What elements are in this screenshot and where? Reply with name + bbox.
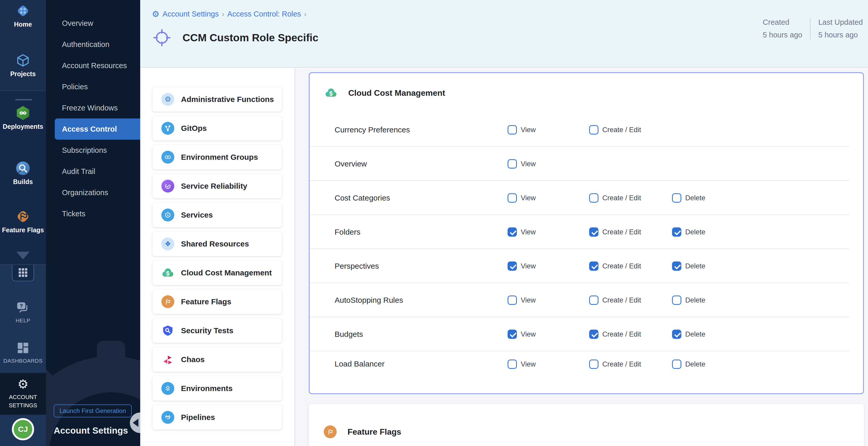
checkbox-delete[interactable]: [672, 193, 681, 202]
checkbox-create-edit[interactable]: [589, 359, 598, 369]
permission-option-folders-view[interactable]: View: [507, 227, 589, 237]
sidebar-item-overview[interactable]: Overview: [46, 13, 140, 34]
sidebar-item-freeze-windows[interactable]: Freeze Windows: [46, 97, 140, 119]
checkbox-view[interactable]: [507, 359, 517, 369]
chevron-down-icon: [16, 252, 30, 259]
cloud-cost-management-icon: $: [324, 87, 337, 99]
checkbox-label: View: [521, 360, 536, 368]
permission-option-load-balancer-view[interactable]: View: [507, 359, 589, 369]
checkbox-create-edit[interactable]: [589, 125, 598, 134]
sidebar-item-account-resources[interactable]: Account Resources: [46, 55, 140, 76]
checkbox-create-edit[interactable]: [589, 295, 598, 305]
sidebar-item-audit-trail[interactable]: Audit Trail: [46, 161, 140, 182]
permission-option-autostopping-rules-delete[interactable]: Delete: [672, 295, 863, 305]
permission-label: Folders: [335, 228, 507, 236]
checkbox-delete[interactable]: [672, 261, 681, 271]
checkbox-create-edit[interactable]: [589, 193, 598, 202]
permission-option-cost-categories-create-edit[interactable]: Create / Edit: [589, 193, 672, 202]
checkbox-view[interactable]: [507, 295, 517, 305]
launch-first-generation-button[interactable]: Launch First Generation: [54, 405, 132, 417]
sidebar-item-organizations[interactable]: Organizations: [46, 182, 140, 203]
user-avatar[interactable]: CJ: [12, 418, 34, 440]
permissions-section-title: Cloud Cost Management: [348, 88, 445, 98]
permission-option-folders-create-edit[interactable]: Create / Edit: [589, 227, 672, 237]
permission-option-budgets-delete[interactable]: Delete: [672, 329, 863, 339]
chaos-icon: [161, 353, 174, 366]
breadcrumb-account-settings[interactable]: Account Settings: [163, 10, 219, 18]
resource-label: Service Reliability: [181, 182, 247, 190]
nav-projects[interactable]: Projects: [0, 52, 46, 78]
resource-item-environments[interactable]: Environments: [153, 376, 282, 401]
checkbox-view[interactable]: [507, 125, 517, 134]
checkbox-delete[interactable]: [672, 359, 681, 369]
checkbox-view[interactable]: [507, 227, 517, 237]
permission-row-currency-preferences: Currency PreferencesViewCreate / Edit: [310, 113, 863, 147]
resource-item-feature-flags[interactable]: Feature Flags: [153, 290, 282, 314]
sidebar-item-subscriptions[interactable]: Subscriptions: [46, 140, 140, 161]
checkbox-create-edit[interactable]: [589, 329, 598, 339]
permission-option-load-balancer-delete[interactable]: Delete: [672, 359, 863, 369]
permission-option-folders-delete[interactable]: Delete: [672, 227, 863, 237]
sidebar-item-policies[interactable]: Policies: [46, 76, 140, 97]
resource-item-pipelines[interactable]: Pipelines: [153, 405, 282, 429]
resource-item-chaos[interactable]: Chaos: [153, 347, 282, 372]
permission-option-cost-categories-delete[interactable]: Delete: [672, 193, 863, 202]
permission-label: Budgets: [335, 330, 507, 339]
resource-item-services[interactable]: Services: [153, 203, 282, 227]
breadcrumb-access-control-roles[interactable]: Access Control: Roles: [227, 10, 301, 18]
nav-feature-flags[interactable]: Feature Flags: [0, 208, 46, 234]
permission-option-currency-preferences-create-edit[interactable]: Create / Edit: [589, 125, 672, 134]
checkbox-create-edit[interactable]: [589, 227, 598, 237]
permission-option-perspectives-view[interactable]: View: [507, 261, 589, 271]
module-picker-button[interactable]: [12, 265, 34, 281]
checkbox-view[interactable]: [507, 329, 517, 339]
permission-row-folders: FoldersViewCreate / EditDelete: [310, 215, 863, 249]
resource-label: Feature Flags: [181, 297, 231, 306]
rail-more-modules[interactable]: [0, 252, 46, 259]
sidebar-item-authentication[interactable]: Authentication: [46, 34, 140, 55]
permission-option-perspectives-create-edit[interactable]: Create / Edit: [589, 261, 672, 271]
permission-option-budgets-view[interactable]: View: [507, 329, 589, 339]
resource-list: ⚙Administrative FunctionsGitOpsEnvironme…: [140, 68, 295, 446]
resource-item-administrative-functions[interactable]: ⚙Administrative Functions: [153, 87, 282, 112]
resource-item-security-tests[interactable]: Security Tests: [153, 318, 282, 343]
resource-item-shared-resources[interactable]: ❖Shared Resources: [153, 232, 282, 256]
permission-option-overview-view[interactable]: View: [507, 159, 589, 168]
resource-item-service-reliability[interactable]: Service Reliability: [153, 174, 282, 198]
nav-builds[interactable]: Builds: [0, 160, 46, 186]
sidebar-item-access-control[interactable]: Access Control: [55, 119, 140, 140]
nav-account-settings[interactable]: ⚙ ACCOUNTSETTINGS: [0, 373, 46, 415]
cloud-cost-management-icon: $: [324, 87, 337, 99]
checkbox-label: Delete: [685, 194, 705, 202]
nav-home[interactable]: Home: [0, 3, 46, 28]
resource-item-gitops[interactable]: GitOps: [153, 116, 282, 140]
nav-help[interactable]: ? HELP: [0, 299, 46, 324]
help-icon: ?: [15, 299, 31, 316]
permission-label: Perspectives: [335, 262, 507, 270]
checkbox-view[interactable]: [507, 193, 517, 202]
checkbox-create-edit[interactable]: [589, 261, 598, 271]
permission-option-autostopping-rules-view[interactable]: View: [507, 295, 589, 305]
resource-item-cloud-cost-management[interactable]: $Cloud Cost Management: [153, 261, 282, 285]
checkbox-delete[interactable]: [672, 295, 681, 305]
permission-option-budgets-create-edit[interactable]: Create / Edit: [589, 329, 672, 339]
rail-divider-lower: [0, 264, 46, 264]
sidebar-item-tickets[interactable]: Tickets: [46, 203, 140, 224]
checkbox-label: Delete: [685, 330, 705, 338]
environments-icon: [161, 382, 174, 395]
permission-option-cost-categories-view[interactable]: View: [507, 193, 589, 202]
nav-deployments[interactable]: Deployments: [0, 105, 46, 130]
checkbox-view[interactable]: [507, 159, 517, 168]
checkbox-delete[interactable]: [672, 329, 681, 339]
permission-option-autostopping-rules-create-edit[interactable]: Create / Edit: [589, 295, 672, 305]
permission-option-perspectives-delete[interactable]: Delete: [672, 261, 863, 271]
permission-option-load-balancer-create-edit[interactable]: Create / Edit: [589, 359, 672, 369]
permission-option-currency-preferences-view[interactable]: View: [507, 125, 589, 134]
resource-item-environment-groups[interactable]: Environment Groups: [153, 145, 282, 169]
gear-icon: ⚙: [17, 378, 28, 390]
breadcrumb-separator: ›: [222, 10, 224, 18]
permissions-card-cloud-cost-management: $ Cloud Cost Management Currency Prefere…: [309, 72, 864, 394]
checkbox-view[interactable]: [507, 261, 517, 271]
checkbox-delete[interactable]: [672, 227, 681, 237]
nav-dashboards[interactable]: DASHBOARDS: [0, 340, 46, 364]
